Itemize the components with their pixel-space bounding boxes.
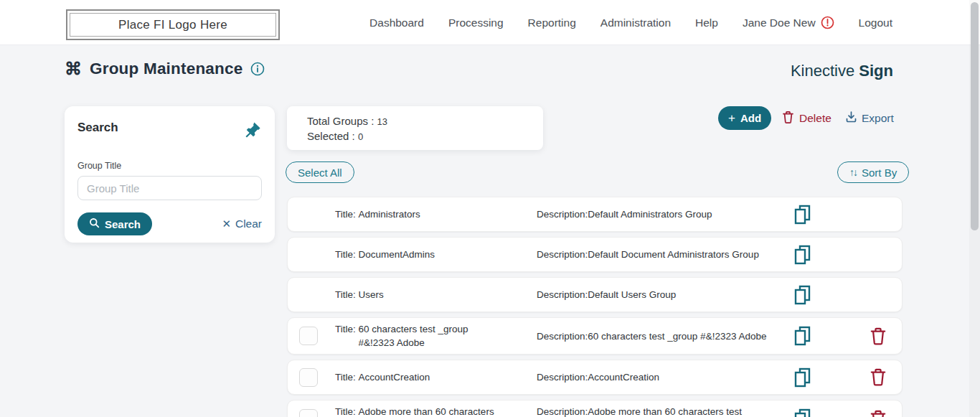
export-button[interactable]: Export: [845, 108, 894, 129]
title-value: Adobe more than 60 characters test: [359, 405, 506, 417]
group-title-cell: Title: AccountCreation: [335, 370, 511, 384]
add-button[interactable]: + Add: [718, 106, 771, 130]
row-trash-icon[interactable]: [866, 367, 890, 387]
description-prefix: Description:: [537, 288, 588, 301]
total-groups-label: Total Groups :: [307, 115, 377, 127]
clear-button-label: Clear: [235, 217, 262, 230]
description-value: Default Document Administrators Group: [588, 248, 759, 261]
group-description-cell: Description: 60 characters test _group #…: [537, 329, 790, 343]
group-row: Title: AccountCreation Description: Acco…: [287, 360, 903, 395]
scrollbar-track[interactable]: [969, 0, 980, 417]
selected-count-value: 0: [358, 131, 363, 142]
group-row: Title: DocumentAdmins Description: Defau…: [287, 237, 903, 272]
info-icon[interactable]: [250, 62, 265, 76]
nav-item-processing[interactable]: Processing: [448, 17, 504, 29]
description-prefix: Description:: [537, 405, 588, 417]
select-all-button[interactable]: Select All: [286, 161, 354, 183]
row-checkbox[interactable]: [299, 409, 318, 417]
copy-icon[interactable]: [790, 204, 814, 225]
total-groups: Total Groups : 13: [307, 115, 523, 127]
scrollbar-thumb[interactable]: [971, 2, 979, 230]
copy-icon[interactable]: [790, 284, 814, 306]
group-description-cell: Description: Adobe more than 60 characte…: [537, 405, 790, 417]
description-value: 60 characters test _group #&!2323 Adobe: [588, 329, 766, 343]
description-prefix: Description:: [537, 329, 588, 343]
description-value: Adobe more than 60 characters test _grou…: [588, 405, 790, 417]
nav-item-help[interactable]: Help: [695, 17, 718, 29]
search-panel: Search Group Title Search ✕ Clear: [65, 106, 275, 243]
group-row: Title: Administrators Description: Defau…: [287, 197, 903, 232]
group-title-cell: Title: Adobe more than 60 characters tes…: [335, 405, 511, 417]
description-value: Default Administrators Group: [588, 207, 712, 221]
page-header: ⌘ Group Maintenance: [65, 60, 265, 78]
fi-logo-text: Place FI Logo Here: [70, 13, 276, 37]
title-prefix: Title:: [335, 288, 359, 301]
title-prefix: Title:: [335, 322, 359, 350]
title-value: Administrators: [359, 207, 420, 221]
close-icon: ✕: [222, 217, 231, 230]
select-all-label: Select All: [298, 167, 342, 179]
delete-button-label: Delete: [799, 112, 831, 125]
description-prefix: Description:: [537, 207, 588, 221]
sort-arrows-icon: ↑↓: [849, 167, 857, 178]
group-row: Title: Users Description: Default Users …: [287, 277, 903, 312]
sort-by-button[interactable]: ↑↓ Sort By: [837, 161, 909, 183]
group-title-label: Group Title: [77, 161, 262, 171]
row-checkbox[interactable]: [299, 368, 318, 387]
copy-icon[interactable]: [790, 325, 814, 347]
add-button-label: Add: [740, 112, 761, 124]
row-trash-icon[interactable]: [866, 409, 890, 417]
copy-icon[interactable]: [790, 367, 814, 388]
nav-item-logout[interactable]: Logout: [859, 17, 892, 29]
user-menu[interactable]: Jane Doe New: [743, 16, 834, 29]
group-title-cell: Title: 60 characters test _group #&!2323…: [335, 322, 511, 350]
trash-icon: [782, 111, 794, 127]
selected-count-label: Selected :: [307, 130, 358, 142]
summary-card: Total Groups : 13 Selected : 0: [287, 106, 543, 150]
copy-icon[interactable]: [790, 408, 814, 417]
description-prefix: Description:: [537, 370, 588, 384]
description-value: AccountCreation: [588, 370, 659, 384]
description-prefix: Description:: [537, 248, 588, 261]
sort-by-label: Sort By: [862, 167, 897, 179]
top-bar: Place FI Logo Here Dashboard Processing …: [0, 0, 980, 45]
search-button[interactable]: Search: [77, 212, 152, 235]
download-icon: [845, 111, 857, 126]
description-value: Default Users Group: [588, 288, 676, 301]
search-button-label: Search: [105, 218, 141, 230]
copy-icon[interactable]: [790, 244, 814, 266]
fi-logo-placeholder: Place FI Logo Here: [66, 9, 280, 40]
group-row: Title: Adobe more than 60 characters tes…: [287, 400, 903, 417]
title-prefix: Title:: [335, 405, 359, 417]
row-checkbox[interactable]: [299, 327, 318, 345]
delete-button[interactable]: Delete: [782, 108, 831, 129]
pin-icon[interactable]: [243, 121, 262, 142]
page-title: Group Maintenance: [90, 60, 242, 78]
brand-logo: Kinective Sign: [791, 62, 893, 80]
title-value: AccountCreation: [359, 370, 430, 384]
total-groups-value: 13: [377, 116, 387, 127]
row-trash-icon[interactable]: [866, 327, 890, 346]
brand-name: Kinective: [791, 62, 854, 80]
clear-button[interactable]: ✕ Clear: [222, 217, 262, 230]
group-title-cell: Title: DocumentAdmins: [335, 248, 511, 261]
group-title-cell: Title: Administrators: [335, 207, 511, 221]
title-value: 60 characters test _group #&!2323 Adobe: [359, 322, 506, 350]
title-prefix: Title:: [335, 370, 359, 384]
group-description-cell: Description: AccountCreation: [537, 370, 790, 384]
nav-item-dashboard[interactable]: Dashboard: [369, 17, 424, 29]
search-panel-title: Search: [77, 121, 118, 135]
group-description-cell: Description: Default Document Administra…: [537, 248, 790, 261]
alert-circle-icon: [821, 16, 834, 29]
nav-item-reporting[interactable]: Reporting: [528, 17, 576, 29]
group-description-cell: Description: Default Users Group: [537, 288, 790, 301]
title-prefix: Title:: [335, 207, 359, 221]
group-title-input[interactable]: [77, 176, 262, 200]
title-value: Users: [359, 288, 384, 301]
nav-item-administration[interactable]: Administration: [600, 17, 671, 29]
title-prefix: Title:: [335, 248, 359, 261]
group-description-cell: Description: Default Administrators Grou…: [537, 207, 790, 221]
plus-icon: +: [728, 111, 735, 126]
selected-count: Selected : 0: [307, 130, 523, 142]
title-value: DocumentAdmins: [359, 248, 435, 261]
